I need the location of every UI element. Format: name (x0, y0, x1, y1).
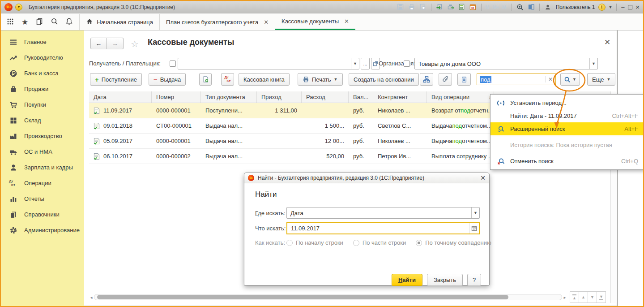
create-based-on-button[interactable]: Создать на основании (349, 73, 419, 86)
payee-checkbox[interactable] (170, 61, 176, 67)
horizontal-scrollbar[interactable]: ◂ ▸ (89, 291, 567, 303)
tab-home[interactable]: Начальная страница (79, 14, 159, 30)
zoom-icon[interactable] (516, 3, 524, 11)
send-file-icon[interactable] (447, 3, 455, 11)
close-dialog-button[interactable]: ✕ (480, 174, 486, 182)
column-header-expense[interactable]: Расход (302, 91, 349, 103)
cash-book-button[interactable]: Кассовая книга (239, 73, 290, 86)
column-header-operation[interactable]: Вид операции↓ (427, 91, 494, 103)
what-input[interactable]: 11.09.2017 (286, 222, 480, 234)
memory-plus-button[interactable]: M+ (492, 4, 499, 10)
show-postings-button[interactable]: ДтКт (221, 73, 234, 86)
scrollbar-track[interactable] (94, 294, 562, 300)
sidebar-item-main[interactable]: Главное (1, 34, 84, 50)
tab-chart-of-accounts[interactable]: План счетов бухгалтерского учета ✕ (159, 14, 275, 30)
sidebar-item-purchases[interactable]: Покупки (1, 97, 84, 112)
sidebar-item-reports[interactable]: Отчеты (1, 191, 84, 207)
column-header-doc-type[interactable]: Тип документа (201, 91, 257, 103)
organization-checkbox[interactable] (404, 61, 410, 67)
scrollbar-thumb[interactable] (97, 295, 508, 299)
save-icon[interactable] (397, 3, 405, 11)
list-settings-button[interactable] (457, 73, 471, 86)
payee-combobox[interactable]: ▼ (178, 58, 359, 69)
print-icon[interactable] (408, 3, 416, 11)
minimize-button[interactable]: − (621, 4, 625, 10)
menu-item-cancel-search[interactable]: Отменить поиск Ctrl+Q (490, 155, 644, 168)
main-menu-button[interactable]: ▼ (15, 4, 22, 11)
close-button[interactable]: Закрыть (427, 274, 463, 286)
chevron-down-icon[interactable]: ▼ (471, 208, 479, 218)
history-icon[interactable] (35, 17, 43, 27)
sidebar-item-bank-cash[interactable]: Банк и касса (1, 65, 84, 81)
info-button[interactable]: i (598, 4, 606, 11)
maximize-button[interactable] (628, 5, 632, 9)
dialog-title-bar[interactable]: 1С Найти - Бухгалтерия предприятия, реда… (244, 173, 489, 183)
close-tab-icon[interactable]: ✕ (264, 19, 269, 26)
current-user-label[interactable]: Пользователь 1 (556, 4, 595, 10)
sidebar-item-directories[interactable]: Справочники (1, 207, 84, 222)
organization-combobox[interactable]: Товары для дома ООО ▼ (414, 58, 598, 69)
column-header-date[interactable]: Дата (89, 91, 152, 103)
issue-button[interactable]: −Выдача (149, 73, 186, 86)
receipt-button[interactable]: +Поступление (90, 73, 142, 86)
attach-file-icon[interactable] (435, 3, 444, 11)
chevron-down-icon[interactable]: ▼ (351, 58, 359, 69)
print-button[interactable]: Печать▼ (298, 73, 343, 86)
search-menu-button[interactable]: ▼ (560, 73, 580, 86)
forward-button[interactable]: → (107, 38, 124, 49)
chevron-down-icon[interactable]: ▼ (589, 58, 597, 69)
column-header-income[interactable]: Приход (257, 91, 302, 103)
calendar-icon[interactable]: 31 (469, 3, 477, 11)
sidebar-item-warehouse[interactable]: Склад (1, 112, 84, 128)
menu-item-advanced-search[interactable]: Расширенный поиск Alt+F (490, 122, 644, 135)
all-functions-icon[interactable] (6, 17, 14, 27)
clear-search-icon[interactable]: ✕ (545, 76, 553, 82)
find-button[interactable]: Найти (392, 274, 422, 286)
sidebar-item-manager[interactable]: Руководителю (1, 50, 84, 65)
help-button[interactable]: ? (467, 274, 481, 286)
go-first-button[interactable]: ▲ (570, 291, 579, 303)
favorite-star-icon[interactable]: ☆ (131, 39, 139, 49)
close-tab-icon[interactable]: ✕ (344, 18, 349, 25)
sidebar-item-sales[interactable]: Продажи (1, 81, 84, 97)
sidebar-item-payroll-hr[interactable]: Зарплата и кадры (1, 160, 84, 175)
search-input[interactable]: под ✕ (477, 74, 556, 85)
sidebar-item-operations[interactable]: ДтКтОперации (1, 175, 84, 191)
radio-start-of-line[interactable]: По началу строки (286, 239, 343, 246)
search-icon[interactable] (51, 17, 58, 26)
attachments-button[interactable] (439, 73, 452, 86)
sidebar-item-fixed-assets[interactable]: ОС и НМА (1, 144, 84, 160)
back-button[interactable]: ← (90, 38, 107, 49)
more-button[interactable]: Еще▼ (587, 73, 615, 86)
column-header-counterparty[interactable]: Контрагент (373, 91, 427, 103)
sidebar-item-administration[interactable]: Администрирование (1, 222, 84, 238)
go-next-button[interactable]: ▼ (588, 291, 597, 303)
payee-choose-button[interactable]: ... (361, 58, 370, 69)
radio-exact-match[interactable]: По точному совпадению (416, 239, 491, 246)
tab-cash-documents[interactable]: Кассовые документы ✕ (275, 14, 355, 30)
go-prev-button[interactable]: ▲ (579, 291, 588, 303)
memory-recall-button[interactable]: M (486, 4, 490, 10)
sidebar-item-production[interactable]: Производство (1, 128, 84, 144)
column-header-number[interactable]: Номер (152, 91, 201, 103)
scroll-right-icon[interactable]: ▸ (562, 295, 567, 300)
where-combobox[interactable]: Дата ▼ (286, 207, 480, 219)
close-form-button[interactable]: ✕ (604, 38, 610, 47)
print-preview-icon[interactable] (419, 3, 427, 11)
favorites-icon[interactable]: ★ (21, 17, 28, 27)
go-last-button[interactable]: ▼ (597, 291, 606, 303)
notifications-icon[interactable] (65, 17, 73, 26)
calculator-icon[interactable] (458, 3, 466, 11)
calendar-icon[interactable] (469, 223, 479, 233)
radio-part-of-line[interactable]: По части строки (353, 239, 406, 246)
column-header-currency[interactable]: Вал... (349, 91, 373, 103)
report-structure-button[interactable] (420, 73, 433, 86)
split-window-icon[interactable] (527, 3, 535, 11)
close-window-button[interactable]: × (635, 4, 640, 10)
chevron-down-icon[interactable]: ▼ (609, 5, 613, 9)
menu-item-set-period[interactable]: Установить период... (490, 96, 644, 109)
scroll-left-icon[interactable]: ◂ (89, 295, 94, 300)
menu-item-find[interactable]: Найти: Дата - 11.09.2017 Ctrl+Alt+F (490, 109, 644, 122)
memory-minus-button[interactable]: M- (502, 4, 508, 10)
copy-document-button[interactable] (199, 73, 212, 86)
